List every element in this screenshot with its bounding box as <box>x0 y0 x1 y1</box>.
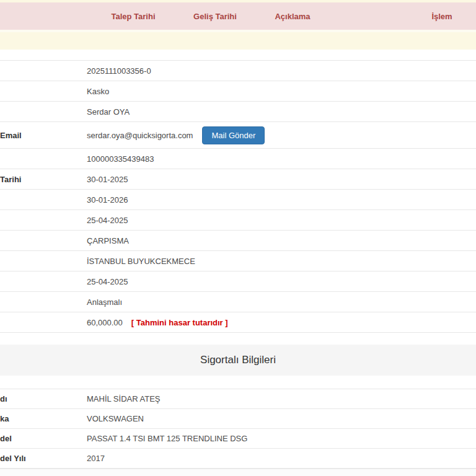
insured-row-model: del PASSAT 1.4 TSI BMT 125 TRENDLINE DSG <box>0 429 476 449</box>
estimated-amount-note: [ Tahmini hasar tutarıdır ] <box>131 318 228 327</box>
detail-value: Kasko <box>87 87 109 96</box>
requests-table-header: Talep Tarihi Geliş Tarihi Açıklama İşlem <box>0 2 476 30</box>
detail-label-marka: ka <box>0 414 87 423</box>
column-header-talep-tarihi: Talep Tarihi <box>111 12 155 21</box>
insured-row-brand: ka VOLKSWAGEN <box>0 409 476 429</box>
detail-row-incident-type: ÇARPISMA <box>0 231 476 251</box>
detail-value: 30-01-2026 <box>87 195 128 205</box>
detail-row-report-date: 25-04-2025 <box>0 271 476 292</box>
detail-label-model: del <box>0 434 87 443</box>
detail-row-start-date: Tarihi 30-01-2025 <box>0 169 476 190</box>
highlight-row-band <box>0 32 476 50</box>
detail-row-estimated-amount: 60,000.00 [ Tahmini hasar tutarıdır ] <box>0 312 476 333</box>
spacer <box>0 376 476 389</box>
insured-details-table: dı MAHİL SİDAR ATEŞ ka VOLKSWAGEN del PA… <box>0 389 476 469</box>
detail-row-email: Email serdar.oya@quicksigorta.com Mail G… <box>0 122 476 149</box>
bottom-divider <box>0 469 476 476</box>
insured-row-model-year: del Yılı 2017 <box>0 449 476 469</box>
detail-label-tarihi: Tarihi <box>0 175 87 184</box>
detail-value: MAHİL SİDAR ATEŞ <box>87 394 160 403</box>
detail-row-agreement-status: Anlaşmalı <box>0 292 476 312</box>
detail-value: 25-04-2025 <box>87 216 128 225</box>
detail-value: VOLKSWAGEN <box>87 414 144 423</box>
detail-value: 25-04-2025 <box>87 277 128 286</box>
column-header-aciklama: Açıklama <box>275 12 310 21</box>
detail-row-policy-number: 100000335439483 <box>0 149 476 169</box>
email-value: serdar.oya@quicksigorta.com <box>87 131 193 140</box>
detail-value: 2017 <box>87 454 105 463</box>
detail-value: ÇARPISMA <box>87 236 129 245</box>
detail-value: İSTANBUL BUYUKCEKMECE <box>87 257 195 266</box>
spacer <box>0 50 476 60</box>
detail-label-adi: dı <box>0 394 87 403</box>
detail-row-branch: Kasko <box>0 81 476 102</box>
detail-label-model-yili: del Yılı <box>0 454 87 463</box>
detail-value: 30-01-2025 <box>87 175 128 184</box>
detail-row-incident-location: İSTANBUL BUYUKCEKMECE <box>0 251 476 271</box>
insured-row-name: dı MAHİL SİDAR ATEŞ <box>0 389 476 409</box>
detail-value: PASSAT 1.4 TSI BMT 125 TRENDLINE DSG <box>87 434 247 443</box>
detail-row-claim-number: 2025111003356-0 <box>0 61 476 81</box>
column-header-gelis-tarihi: Geliş Tarihi <box>193 12 237 21</box>
column-header-islem: İşlem <box>431 12 452 21</box>
spacer <box>0 333 476 345</box>
estimated-amount-value: 60,000.00 <box>87 318 123 327</box>
claim-detail-page: Talep Tarihi Geliş Tarihi Açıklama İşlem… <box>0 0 476 476</box>
section-title: Sigortalı Bilgileri <box>200 354 276 366</box>
detail-row-end-date: 30-01-2026 <box>0 190 476 210</box>
detail-value: 2025111003356-0 <box>87 66 151 76</box>
section-header-sigortali-bilgileri: Sigortalı Bilgileri <box>0 345 476 376</box>
mail-gonder-button[interactable]: Mail Gönder <box>202 126 265 144</box>
detail-label-email: Email <box>0 131 87 140</box>
detail-row-incident-date: 25-04-2025 <box>0 210 476 231</box>
detail-value: 100000335439483 <box>87 154 154 164</box>
detail-value: Serdar OYA <box>87 107 130 117</box>
claim-details-table: 2025111003356-0 Kasko Serdar OYA Email s… <box>0 60 476 333</box>
detail-value: Anlaşmalı <box>87 298 122 307</box>
detail-row-contact-name: Serdar OYA <box>0 102 476 122</box>
